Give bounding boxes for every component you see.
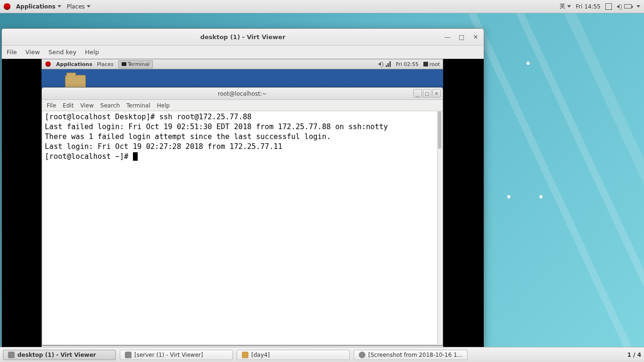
virt-menu-sendkey[interactable]: Send key bbox=[49, 49, 77, 56]
scrollbar-thumb[interactable] bbox=[438, 111, 441, 149]
host-task-label: [day4] bbox=[251, 352, 270, 358]
chevron-down-icon bbox=[58, 5, 61, 8]
term-menu-edit[interactable]: Edit bbox=[63, 102, 74, 109]
virt-menubar: File View Send key Help bbox=[2, 46, 484, 59]
minimize-button[interactable]: _ bbox=[413, 89, 422, 98]
user-icon bbox=[423, 62, 428, 66]
terminal-window: root@localhost:~ _ □ × File Edit View Se… bbox=[41, 87, 443, 346]
battery-icon[interactable] bbox=[624, 4, 632, 8]
virt-window-title: desktop (1) - Virt Viewer bbox=[200, 33, 286, 41]
folder-icon bbox=[242, 352, 248, 358]
host-task-item[interactable]: [day4] bbox=[237, 350, 350, 360]
terminal-line: Last login: Fri Oct 19 02:27:28 2018 fro… bbox=[45, 142, 282, 151]
host-desktop: desktop (1) - Virt Viewer — □ ✕ File Vie… bbox=[0, 13, 644, 347]
app-icon bbox=[8, 352, 15, 358]
guest-places-menu[interactable]: Places bbox=[97, 61, 114, 67]
host-task-item[interactable]: desktop (1) - Virt Viewer bbox=[3, 350, 116, 360]
term-menu-help[interactable]: Help bbox=[157, 102, 170, 109]
guest-applications-menu[interactable]: Applications bbox=[56, 61, 92, 67]
close-button[interactable]: ✕ bbox=[471, 32, 481, 42]
terminal-body[interactable]: [root@localhost Desktop]# ssh root@172.2… bbox=[43, 111, 442, 344]
network-icon[interactable] bbox=[386, 61, 391, 67]
term-menu-terminal[interactable]: Terminal bbox=[126, 102, 150, 109]
host-workspace-indicator[interactable]: 1 / 4 bbox=[627, 352, 641, 358]
terminal-prompt: [root@localhost ~]# bbox=[45, 152, 133, 161]
virt-menu-help[interactable]: Help bbox=[85, 49, 99, 56]
host-clock[interactable]: Fri 14:55 bbox=[576, 3, 601, 10]
cursor-icon bbox=[133, 152, 138, 161]
host-task-label: [Screenshot from 2018-10-16 1... bbox=[368, 352, 462, 358]
chevron-down-icon bbox=[87, 5, 91, 8]
minimize-button[interactable]: — bbox=[442, 32, 453, 42]
host-task-label: desktop (1) - Virt Viewer bbox=[17, 352, 96, 358]
redhat-logo-icon bbox=[4, 3, 10, 10]
close-button[interactable]: × bbox=[432, 89, 441, 98]
redhat-logo-icon bbox=[45, 61, 50, 66]
ime-label: 英 bbox=[560, 2, 565, 10]
terminal-line: [root@localhost Desktop]# ssh root@172.2… bbox=[45, 113, 252, 121]
terminal-scrollbar[interactable] bbox=[437, 111, 442, 344]
term-menu-view[interactable]: View bbox=[80, 102, 93, 109]
accessibility-icon[interactable] bbox=[605, 3, 612, 10]
terminal-line: There was 1 failed login attempt since t… bbox=[45, 132, 331, 141]
ime-indicator[interactable]: 英 bbox=[560, 2, 571, 10]
virt-titlebar[interactable]: desktop (1) - Virt Viewer — □ ✕ bbox=[2, 29, 484, 46]
virt-menu-view[interactable]: View bbox=[25, 49, 40, 56]
term-menu-search[interactable]: Search bbox=[100, 102, 120, 109]
applications-label: Applications bbox=[16, 3, 56, 10]
terminal-menubar: File Edit View Search Terminal Help bbox=[42, 100, 443, 111]
volume-icon[interactable] bbox=[378, 62, 381, 66]
terminal-title: root@localhost:~ bbox=[218, 90, 267, 97]
virt-menu-file[interactable]: File bbox=[7, 49, 17, 56]
terminal-line: Last failed login: Fri Oct 19 02:51:30 E… bbox=[45, 123, 388, 131]
guest-user-menu[interactable]: root bbox=[423, 61, 440, 67]
host-task-item[interactable]: [Screenshot from 2018-10-16 1... bbox=[354, 350, 468, 360]
maximize-button[interactable]: □ bbox=[456, 32, 467, 42]
places-label: Places bbox=[67, 3, 85, 10]
app-icon bbox=[125, 352, 132, 358]
image-viewer-icon bbox=[359, 352, 365, 358]
applications-menu[interactable]: Applications bbox=[16, 3, 61, 10]
volume-icon[interactable] bbox=[617, 5, 619, 8]
chevron-down-icon bbox=[567, 5, 571, 8]
guest-top-panel: Applications Places Terminal Fri 02:55 r… bbox=[41, 59, 443, 69]
maximize-button[interactable]: □ bbox=[423, 89, 431, 98]
virt-viewer-window: desktop (1) - Virt Viewer — □ ✕ File Vie… bbox=[1, 28, 484, 347]
guest-user-label: root bbox=[429, 61, 440, 67]
term-menu-file[interactable]: File bbox=[47, 102, 56, 109]
workspace-label: 1 / 4 bbox=[627, 352, 641, 358]
terminal-titlebar[interactable]: root@localhost:~ _ □ × bbox=[42, 88, 443, 100]
guest-terminal-app-button[interactable]: Terminal bbox=[118, 60, 153, 68]
host-top-panel: Applications Places 英 Fri 14:55 bbox=[0, 0, 644, 13]
guest-terminal-app-label: Terminal bbox=[128, 61, 150, 67]
terminal-icon bbox=[122, 62, 126, 66]
guest-clock[interactable]: Fri 02:55 bbox=[396, 61, 419, 67]
host-task-item[interactable]: [server (1) - Virt Viewer] bbox=[120, 350, 233, 360]
places-menu[interactable]: Places bbox=[67, 3, 91, 10]
guest-display: Applications Places Terminal Fri 02:55 r… bbox=[2, 59, 484, 347]
host-task-label: [server (1) - Virt Viewer] bbox=[134, 352, 203, 358]
host-taskbar: desktop (1) - Virt Viewer [server (1) - … bbox=[0, 347, 644, 362]
chevron-down-icon[interactable] bbox=[636, 5, 640, 8]
